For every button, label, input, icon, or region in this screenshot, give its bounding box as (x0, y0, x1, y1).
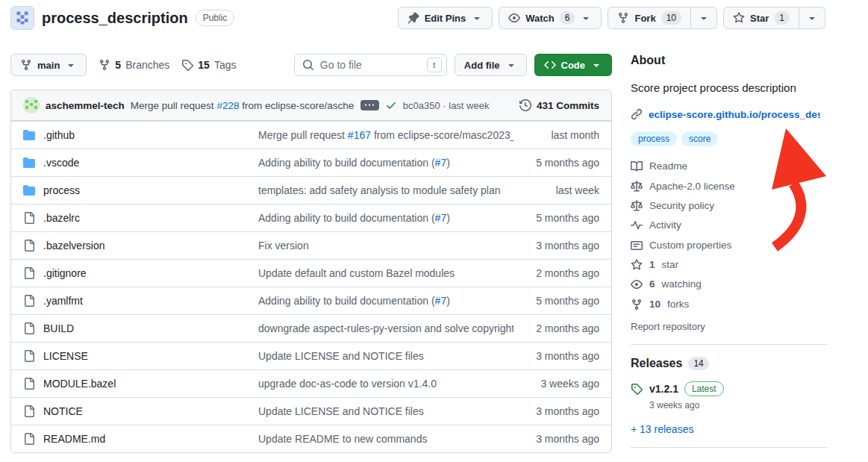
fork-button[interactable]: Fork 10 (608, 7, 691, 29)
latest-release-item[interactable]: v1.2.1 Latest 3 weeks ago (631, 381, 827, 411)
file-name-link[interactable]: LICENSE (43, 350, 88, 362)
forks-link[interactable]: 10forks (631, 295, 827, 314)
pr-link[interactable]: #7 (435, 157, 447, 169)
table-row: NOTICEUpdate LICENSE and NOTICE files3 m… (11, 397, 611, 425)
commit-message-link[interactable]: Adding ability to build documentation (#… (258, 157, 513, 169)
commit-message-text: from eclipse-score/aschemmel-te… (239, 100, 354, 111)
commit-history-link[interactable]: 431 Commits (519, 99, 599, 111)
commit-message-link[interactable]: Adding ability to build documentation (#… (258, 295, 513, 307)
commit-message-link[interactable]: Fix version (258, 240, 513, 252)
topic-tag[interactable]: process (631, 131, 677, 146)
website-link[interactable]: eclipse-score.github.io/process_descr… (649, 109, 820, 120)
license-link[interactable]: Apache-2.0 license (631, 176, 827, 196)
release-version[interactable]: v1.2.1 (649, 383, 678, 395)
stars-link[interactable]: 1star (631, 255, 827, 275)
branches-count: 5 (115, 59, 121, 71)
commit-message[interactable]: Merge pull request #228 from eclipse-sco… (131, 100, 355, 111)
pr-link[interactable]: #7 (435, 212, 447, 224)
custom-properties-link[interactable]: Custom properties (631, 236, 827, 255)
star-icon (631, 259, 643, 271)
edit-pins-button[interactable]: Edit Pins (398, 7, 493, 29)
commit-date: 3 weeks ago (513, 378, 599, 390)
table-row: .yamlfmtAdding ability to build document… (11, 287, 611, 314)
file-icon (23, 378, 35, 390)
commit-message-link[interactable]: Update default and custom Bazel modules (258, 267, 513, 279)
watch-button[interactable]: Watch 6 (499, 7, 602, 29)
releases-heading[interactable]: Releases (631, 357, 682, 370)
file-name-link[interactable]: .bazelversion (43, 240, 105, 252)
repo-toolbar: main 5 Branches 15 Tags t Add file (10, 54, 612, 76)
chevron-down-icon (806, 12, 818, 24)
file-name-link[interactable]: README.md (43, 433, 105, 445)
code-icon (544, 59, 556, 71)
file-name-link[interactable]: process (43, 184, 80, 196)
header-actions: Edit Pins Watch 6 Fork 10 Star 1 (398, 7, 825, 29)
file-name-link[interactable]: NOTICE (43, 405, 83, 417)
star-button[interactable]: Star 1 (723, 7, 799, 29)
branch-info: main 5 Branches 15 Tags (10, 54, 236, 76)
commit-message-link[interactable]: Merge pull request #167 from eclipse-sco… (258, 129, 513, 141)
topic-tag[interactable]: score (681, 131, 718, 146)
chevron-down-icon (505, 59, 517, 71)
branches-link[interactable]: 5 Branches (99, 59, 169, 71)
pr-link[interactable]: #228 (216, 100, 239, 111)
tags-label: Tags (214, 59, 237, 71)
code-label: Code (561, 60, 586, 71)
commit-message-link[interactable]: Update README to new commands (258, 433, 513, 445)
latest-badge: Latest (684, 381, 724, 396)
commit-message-link[interactable]: Update LICENSE and NOTICE files (258, 405, 513, 417)
branches-label: Branches (125, 59, 169, 71)
org-avatar[interactable] (10, 6, 34, 30)
commit-sha-and-time[interactable]: bc0a350 · last week (403, 100, 490, 111)
topics-row: process score (631, 131, 827, 146)
file-name-link[interactable]: .vscode (43, 157, 79, 169)
commits-count-label: 431 Commits (537, 100, 599, 111)
commit-author-avatar[interactable] (23, 97, 40, 113)
watching-link[interactable]: 6watching (631, 275, 827, 294)
pr-link[interactable]: #7 (435, 295, 447, 307)
visibility-badge: Public (196, 10, 235, 26)
edit-pins-label: Edit Pins (425, 13, 466, 24)
file-name-link[interactable]: MODULE.bazel (43, 378, 116, 390)
commit-message-link[interactable]: downgrade aspect-rules-py-version and so… (258, 322, 513, 334)
pulse-icon (631, 219, 643, 231)
chevron-down-icon (65, 59, 77, 71)
commit-message-link[interactable]: templates: add safety analysis to module… (258, 184, 513, 196)
security-policy-link[interactable]: Security policy (631, 196, 827, 216)
chevron-down-icon (698, 12, 710, 24)
commit-message-link[interactable]: Adding ability to build documentation (#… (258, 212, 513, 224)
commit-message-link[interactable]: upgrade doc-as-code to version v1.4.0 (258, 378, 513, 390)
commit-message-link[interactable]: Update LICENSE and NOTICE files (258, 350, 513, 362)
website-link-row: eclipse-score.github.io/process_descr… (631, 108, 827, 120)
tag-icon (631, 383, 643, 395)
repo-header: process_description Public (10, 6, 234, 30)
commit-date: 3 months ago (513, 433, 599, 445)
star-dropdown-button[interactable] (799, 7, 825, 29)
note-icon (631, 240, 643, 252)
file-icon (23, 240, 35, 252)
activity-link[interactable]: Activity (631, 216, 827, 235)
branch-selector[interactable]: main (10, 54, 87, 76)
report-repository-link[interactable]: Report repository (631, 321, 827, 332)
checks-status-icon[interactable] (385, 99, 397, 111)
expand-commit-message-button[interactable] (360, 100, 379, 110)
fork-dropdown-button[interactable] (690, 7, 717, 29)
file-name-link[interactable]: BUILD (43, 322, 74, 334)
add-file-button[interactable]: Add file (455, 54, 527, 76)
commit-date: 3 months ago (513, 350, 599, 362)
file-name-link[interactable]: .yamlfmt (43, 295, 83, 307)
file-name-link[interactable]: .gitignore (43, 267, 87, 279)
repo-title[interactable]: process_description (42, 10, 188, 27)
readme-link[interactable]: Readme (631, 157, 827, 176)
code-button[interactable]: Code (534, 54, 613, 76)
fork-icon (617, 12, 629, 24)
file-icon (23, 295, 35, 307)
table-row: .vscodeAdding ability to build documenta… (11, 149, 611, 176)
file-name-link[interactable]: .github (43, 129, 75, 141)
go-to-file-input[interactable] (320, 59, 421, 71)
commit-author[interactable]: aschemmel-tech (46, 100, 125, 111)
tags-link[interactable]: 15 Tags (181, 59, 236, 71)
more-releases-link[interactable]: + 13 releases (631, 423, 827, 435)
file-name-link[interactable]: .bazelrc (43, 212, 80, 224)
pr-link[interactable]: #167 (348, 129, 371, 141)
